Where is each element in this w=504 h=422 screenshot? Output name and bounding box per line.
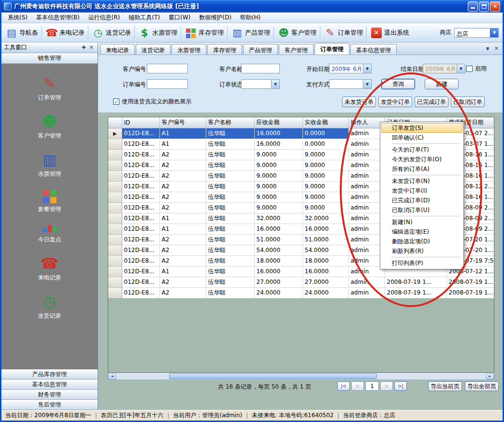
grid-cell[interactable]: admin <box>348 255 385 266</box>
menu-item[interactable]: 基本信息管理(B) <box>32 12 84 23</box>
close-icon[interactable] <box>494 45 499 52</box>
grid-cell[interactable]: A2 <box>159 149 206 160</box>
start-date-combo[interactable]: 2009年 6月 8日 <box>329 64 372 73</box>
grid-cell[interactable]: admin <box>348 128 385 139</box>
tab-6[interactable]: 订单管理 <box>315 43 349 55</box>
sidebar-item[interactable]: ☻客户管理 <box>1 113 98 140</box>
context-menu-item[interactable]: 未发货订单(N) <box>381 176 462 186</box>
sidebar-item[interactable]: ◷送货记录 <box>1 294 98 320</box>
row-selector[interactable] <box>108 170 122 181</box>
toolbar-button[interactable]: ▥产品管理 <box>229 26 272 40</box>
grid-cell[interactable]: A2 <box>159 192 206 202</box>
scroll-left-icon[interactable] <box>108 373 116 380</box>
scrollbar-thumb[interactable] <box>169 373 377 379</box>
grid-column-header[interactable]: 应收金额 <box>254 117 302 128</box>
grid-cell[interactable]: 伍华聪 <box>206 234 254 245</box>
page-number-input[interactable] <box>365 381 379 391</box>
grid-cell[interactable]: 2008-07-19 1... <box>385 287 446 298</box>
grid-cell[interactable]: A1 <box>159 224 206 234</box>
grid-cell[interactable]: 012D-E8... <box>122 170 159 181</box>
row-selector[interactable] <box>108 160 122 170</box>
grid-cell[interactable]: 伍华聪 <box>206 160 254 170</box>
grid-cell[interactable]: 24.0000 <box>254 287 302 298</box>
context-menu-item[interactable]: 今天的订单(T) <box>381 145 462 155</box>
grid-cell[interactable]: 9.0000 <box>302 192 348 202</box>
grid-cell[interactable]: 0.0000 <box>302 139 348 149</box>
row-selector[interactable] <box>108 213 122 224</box>
grid-cell[interactable]: 伍华聪 <box>206 192 254 202</box>
grid-cell[interactable]: admin <box>348 266 385 277</box>
grid-cell[interactable]: 0.0000 <box>302 128 348 139</box>
sidebar-group-bar[interactable]: 财务管理 <box>1 390 98 400</box>
row-selector[interactable] <box>108 287 122 298</box>
grid-cell[interactable]: admin <box>348 192 385 202</box>
grid-cell[interactable]: 伍华聪 <box>206 149 254 160</box>
enable-checkbox[interactable]: 启用 <box>466 65 487 73</box>
toolbar-button[interactable]: ☻客户管理 <box>275 26 318 40</box>
end-date-combo[interactable]: 2009年 6月 8日 <box>423 64 465 73</box>
grid-cell[interactable]: 012D-E8... <box>122 149 159 160</box>
sidebar-item[interactable]: 今日盘点 <box>1 225 98 244</box>
grid-cell[interactable]: A2 <box>159 181 206 192</box>
grid-cell[interactable]: admin <box>348 181 385 192</box>
scroll-right-icon[interactable] <box>486 373 494 380</box>
grid-cell[interactable]: admin <box>348 160 385 170</box>
grid-cell[interactable]: 012D-E8... <box>122 128 159 139</box>
grid-cell[interactable]: 012D-E8... <box>122 213 159 224</box>
context-menu-item[interactable]: 今天的发货订单(O) <box>381 155 462 164</box>
horizontal-scrollbar[interactable] <box>108 373 494 380</box>
menu-item[interactable]: 运行信息(R) <box>84 12 125 23</box>
tab-1[interactable]: 送货记录 <box>136 44 171 55</box>
close-button[interactable] <box>490 1 500 12</box>
grid-cell[interactable]: 9.0000 <box>254 202 302 213</box>
maximize-button[interactable] <box>479 1 489 12</box>
grid-cell[interactable]: 32.0000 <box>254 213 302 224</box>
menu-item[interactable]: 数据维护(D) <box>195 12 236 23</box>
grid-cell[interactable]: 伍华聪 <box>206 287 254 298</box>
menu-item[interactable]: 帮助(H) <box>236 12 265 23</box>
toolbar-button[interactable]: 库存管理 <box>183 26 226 40</box>
row-selector[interactable] <box>108 277 122 287</box>
grid-cell[interactable]: 伍华聪 <box>206 139 254 149</box>
menu-item[interactable]: 系统(S) <box>3 12 32 23</box>
grid-cell[interactable]: 51.0000 <box>302 234 348 245</box>
row-selector[interactable] <box>108 139 122 149</box>
grid-cell[interactable]: 伍华聪 <box>206 128 254 139</box>
grid-cell[interactable]: admin <box>348 287 385 298</box>
grid-cell[interactable]: 伍华聪 <box>206 181 254 192</box>
status-filter-button[interactable]: 已完成订单 <box>415 97 448 107</box>
grid-cell[interactable]: 27.0000 <box>302 277 348 287</box>
status-filter-button[interactable]: 未发货订单 <box>342 97 376 107</box>
grid-cell[interactable]: A1 <box>159 213 206 224</box>
grid-cell[interactable]: 2008-07-19 1... <box>385 277 446 287</box>
grid-cell[interactable]: 伍华聪 <box>206 266 254 277</box>
grid-cell[interactable]: A1 <box>159 139 206 149</box>
grid-cell[interactable]: 伍华聪 <box>206 224 254 234</box>
next-page-button[interactable]: > <box>380 381 393 391</box>
prev-page-button[interactable]: < <box>351 381 364 391</box>
grid-cell[interactable]: 012D-E8... <box>122 266 159 277</box>
grid-cell[interactable]: A2 <box>159 245 206 255</box>
grid-cell[interactable]: 9.0000 <box>302 202 348 213</box>
pay-method-combo[interactable] <box>329 79 372 89</box>
tab-7[interactable]: 基本信息管理 <box>350 44 397 55</box>
grid-cell[interactable]: A2 <box>159 202 206 213</box>
close-icon[interactable] <box>87 44 95 51</box>
context-menu-item[interactable]: 发货中订单(I) <box>381 186 462 196</box>
context-menu-item[interactable]: 删除选定项(D) <box>381 237 462 246</box>
first-page-button[interactable]: |< <box>337 381 350 391</box>
grid-cell[interactable]: 51.0000 <box>254 234 302 245</box>
grid-cell[interactable]: 9.0000 <box>254 181 302 192</box>
tab-5[interactable]: 客户管理 <box>279 44 314 55</box>
grid-cell[interactable]: 012D-E8... <box>122 202 159 213</box>
grid-column-header[interactable]: 客户名称 <box>206 117 254 128</box>
grid-cell[interactable]: A2 <box>159 277 206 287</box>
grid-cell[interactable]: 伍华聪 <box>206 213 254 224</box>
toolbar-button[interactable]: ✕退出系统 <box>368 26 411 40</box>
grid-cell[interactable]: 伍华聪 <box>206 255 254 266</box>
customer-name-input[interactable] <box>241 64 280 73</box>
grid-cell[interactable]: admin <box>348 277 385 287</box>
toolbar-button[interactable]: ◷送货记录 <box>90 26 133 40</box>
grid-cell[interactable]: 16.0000 <box>254 128 302 139</box>
grid-cell[interactable]: 伍华聪 <box>206 170 254 181</box>
